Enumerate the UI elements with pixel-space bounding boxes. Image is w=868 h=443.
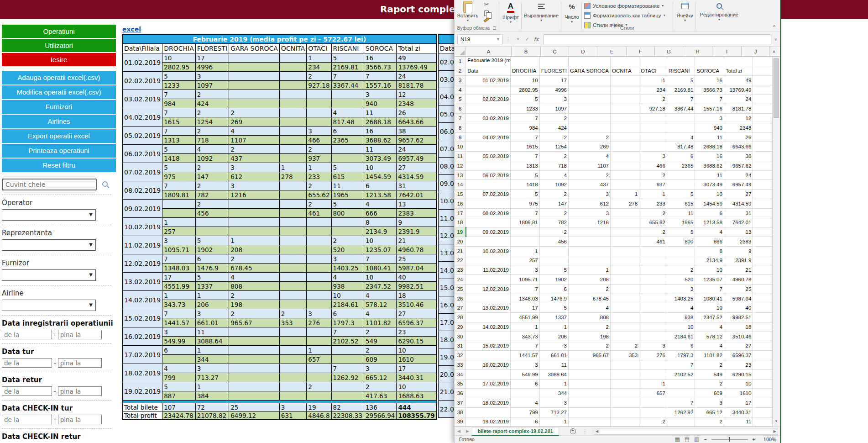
grid-cell[interactable]: 456 bbox=[539, 237, 568, 247]
sidebar-nav-utilizatori[interactable]: Utilizatori bbox=[2, 39, 116, 52]
grid-cell[interactable]: 5 bbox=[667, 190, 695, 199]
grid-cell[interactable]: 40 bbox=[724, 303, 753, 313]
grid-cell[interactable] bbox=[466, 123, 511, 132]
grid-cell[interactable] bbox=[667, 180, 695, 190]
grid-cell[interactable]: 2134.9 bbox=[695, 256, 724, 265]
grid-cell[interactable]: 3 bbox=[667, 284, 695, 294]
grid-cell[interactable]: 1101.82 bbox=[695, 351, 724, 360]
grid-cell[interactable]: 6 bbox=[667, 341, 695, 351]
grid-cell[interactable]: 461 bbox=[639, 237, 667, 247]
grid-cell[interactable]: 7 bbox=[511, 132, 540, 142]
filter-select-reprezentanta[interactable]: ▼ bbox=[2, 239, 96, 251]
grid-cell[interactable]: 08.02.2019 bbox=[466, 208, 511, 218]
grid-cell[interactable]: 938 bbox=[667, 313, 695, 322]
grid-cell[interactable] bbox=[611, 275, 639, 285]
horizontal-scrollbar[interactable]: ◀ ▶ bbox=[594, 428, 778, 435]
grid-cell[interactable]: 2 bbox=[569, 341, 611, 351]
row-header-17[interactable]: 17 bbox=[455, 208, 466, 218]
grid-cell[interactable] bbox=[611, 57, 639, 66]
grid-cell[interactable]: 965.67 bbox=[569, 351, 611, 360]
grid-cell[interactable]: 7 bbox=[667, 95, 695, 104]
row-header-22[interactable]: 22 bbox=[455, 256, 466, 265]
grid-cell[interactable]: 3 bbox=[695, 114, 724, 123]
grid-cell[interactable] bbox=[639, 369, 667, 379]
grid-cell[interactable] bbox=[639, 265, 667, 275]
row-header-6[interactable]: 6 bbox=[455, 104, 466, 114]
grid-cell[interactable]: SOROCA bbox=[695, 66, 724, 76]
row-header-14[interactable]: 14 bbox=[455, 180, 466, 190]
grid-cell[interactable] bbox=[611, 152, 639, 161]
column-header-J[interactable]: J bbox=[742, 47, 770, 56]
grid-cell[interactable] bbox=[611, 180, 639, 190]
grid-cell[interactable] bbox=[511, 389, 540, 398]
grid-cell[interactable]: 3 bbox=[539, 398, 568, 408]
grid-cell[interactable] bbox=[569, 104, 611, 114]
grid-cell[interactable]: 10 bbox=[511, 76, 540, 85]
grid-cell[interactable]: OCNITA bbox=[611, 66, 639, 76]
grid-cell[interactable]: GARA SOROCA bbox=[569, 66, 611, 76]
grid-cell[interactable]: 8 bbox=[695, 246, 724, 256]
grid-cell[interactable] bbox=[569, 123, 611, 132]
row-header-16[interactable]: 16 bbox=[455, 199, 466, 208]
grid-cell[interactable]: 4 bbox=[511, 398, 540, 408]
row-header-28[interactable]: 28 bbox=[455, 313, 466, 322]
grid-cell[interactable]: 206 bbox=[539, 332, 568, 341]
grid-cell[interactable] bbox=[611, 170, 639, 180]
grid-cell[interactable]: 2 bbox=[539, 190, 568, 199]
grid-cell[interactable] bbox=[569, 256, 611, 265]
column-header-G[interactable]: G bbox=[655, 47, 683, 56]
page-layout-view-icon[interactable]: ▤ bbox=[685, 436, 690, 443]
row-header-36[interactable]: 36 bbox=[455, 389, 466, 398]
grid-cell[interactable]: 21 bbox=[724, 265, 753, 275]
grid-cell[interactable]: 15.02.2019 bbox=[466, 341, 511, 351]
grid-cell[interactable] bbox=[639, 398, 667, 408]
grid-cell[interactable]: 1557.16 bbox=[695, 104, 724, 114]
grid-cell[interactable]: 3 bbox=[695, 398, 724, 408]
grid-cell[interactable]: 3566.73 bbox=[695, 85, 724, 95]
grid-cell[interactable] bbox=[639, 256, 667, 265]
grid-cell[interactable]: Data bbox=[466, 66, 511, 76]
grid-cell[interactable]: 05.02.2019 bbox=[466, 152, 511, 161]
filter-select-furnizor[interactable]: ▼ bbox=[2, 269, 96, 281]
row-header-18[interactable]: 18 bbox=[455, 218, 466, 227]
grid-cell[interactable]: 927.18 bbox=[639, 104, 667, 114]
column-header-A[interactable]: A bbox=[466, 47, 512, 56]
grid-cell[interactable]: 26 bbox=[724, 132, 753, 142]
grid-cell[interactable]: 2 bbox=[639, 170, 667, 180]
grid-cell[interactable] bbox=[639, 294, 667, 303]
row-header-39[interactable]: 39 bbox=[455, 417, 466, 427]
grid-cell[interactable]: 1233 bbox=[511, 104, 540, 114]
vertical-scrollbar-thumb[interactable] bbox=[774, 58, 779, 118]
grid-cell[interactable] bbox=[466, 256, 511, 265]
grid-cell[interactable] bbox=[466, 142, 511, 152]
grid-cell[interactable]: 6290.15 bbox=[724, 369, 753, 379]
number-group-button[interactable]: % Число ▾ bbox=[562, 0, 581, 24]
grid-cell[interactable]: 2 bbox=[639, 227, 667, 237]
grid-cell[interactable]: 665.12 bbox=[695, 407, 724, 417]
grid-cell[interactable]: 2802.95 bbox=[511, 85, 540, 95]
grid-cell[interactable]: 5 bbox=[511, 95, 540, 104]
grid-cell[interactable] bbox=[611, 369, 639, 379]
grid-cell[interactable]: 6 bbox=[667, 152, 695, 161]
name-box[interactable]: N19 ▼ bbox=[457, 34, 503, 44]
grid-cell[interactable] bbox=[611, 313, 639, 322]
grid-cell[interactable]: 5987.04 bbox=[724, 294, 753, 303]
grid-cell[interactable]: 520 bbox=[667, 275, 695, 285]
grid-cell[interactable]: 11 bbox=[667, 208, 695, 218]
zoom-slider-knob[interactable] bbox=[729, 437, 730, 442]
grid-cell[interactable]: 2169.81 bbox=[667, 85, 695, 95]
grid-cell[interactable] bbox=[569, 237, 611, 247]
expand-formula-bar-icon[interactable]: ∨ bbox=[774, 37, 777, 42]
grid-cell[interactable]: 782 bbox=[539, 218, 568, 227]
grid-cell[interactable] bbox=[611, 294, 639, 303]
grid-cell[interactable]: 2 bbox=[539, 227, 568, 237]
grid-cell[interactable]: 1216 bbox=[569, 218, 611, 227]
grid-cell[interactable]: 1313 bbox=[511, 161, 540, 170]
grid-cell[interactable] bbox=[611, 114, 639, 123]
row-header-5[interactable]: 5 bbox=[455, 95, 466, 104]
column-header-B[interactable]: B bbox=[512, 47, 541, 56]
grid-cell[interactable]: 2 bbox=[539, 152, 568, 161]
grid-cell[interactable]: 2688.18 bbox=[695, 142, 724, 152]
grid-cell[interactable]: 14.02.2019 bbox=[466, 322, 511, 332]
grid-cell[interactable]: 1262.92 bbox=[667, 407, 695, 417]
